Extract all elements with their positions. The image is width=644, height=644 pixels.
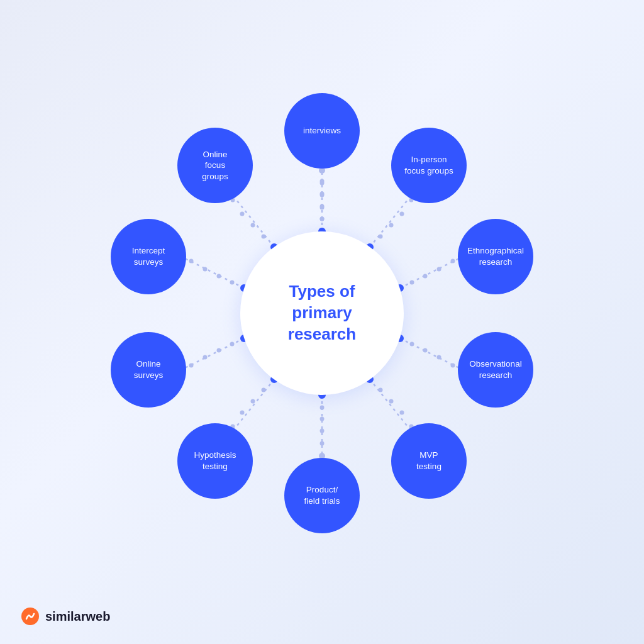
svg-point-27: [437, 355, 441, 360]
center-circle: Types of primary research: [240, 231, 404, 395]
svg-point-35: [400, 411, 404, 415]
svg-point-76: [320, 192, 325, 196]
satellite-label: MVPtesting: [416, 450, 441, 472]
svg-point-42: [320, 429, 325, 433]
satellite-label: interviews: [303, 125, 341, 136]
svg-point-56: [203, 355, 208, 360]
svg-point-40: [320, 406, 325, 410]
satellite-label: Interceptsurveys: [132, 245, 165, 267]
svg-point-70: [262, 235, 266, 239]
svg-point-55: [217, 348, 221, 353]
logo: similarweb: [20, 606, 110, 626]
svg-point-48: [251, 399, 255, 404]
svg-point-18: [423, 274, 428, 279]
svg-point-77: [320, 179, 325, 184]
diagram-container: Types of primary research interviews In-…: [102, 93, 542, 533]
svg-point-57: [189, 364, 194, 368]
satellite-label: Product/field trials: [304, 484, 340, 506]
svg-point-41: [320, 417, 325, 421]
satellite-product-field-trials: Product/field trials: [284, 458, 360, 533]
satellite-label: Ethnographicalresearch: [467, 245, 524, 267]
satellite-interviews: interviews: [284, 93, 360, 169]
similarweb-logo-text: similarweb: [45, 609, 110, 624]
svg-point-72: [240, 212, 245, 216]
satellite-label: Onlinesurveys: [134, 358, 164, 380]
svg-point-26: [423, 348, 428, 353]
satellite-intercept-surveys: Interceptsurveys: [111, 219, 186, 294]
satellite-in-person-focus-groups: In-personfocus groups: [391, 128, 467, 203]
satellite-hypothesis-testing: Hypothesistesting: [177, 423, 253, 499]
svg-point-11: [389, 223, 394, 228]
center-title: Types of primary research: [275, 269, 369, 357]
svg-point-75: [320, 204, 325, 209]
svg-point-54: [230, 342, 235, 347]
satellite-observational-research: Observationalresearch: [458, 332, 533, 408]
satellite-label: In-personfocus groups: [404, 154, 453, 176]
satellite-online-focus-groups: Onlinefocusgroups: [177, 128, 253, 203]
svg-point-62: [230, 280, 235, 285]
svg-point-17: [410, 280, 414, 285]
svg-point-20: [451, 259, 455, 264]
svg-point-64: [203, 267, 208, 272]
svg-point-63: [217, 274, 221, 279]
svg-point-74: [320, 217, 325, 221]
svg-point-28: [451, 364, 455, 368]
svg-point-25: [410, 342, 414, 347]
satellite-label: Onlinefocusgroups: [202, 149, 228, 182]
svg-point-19: [437, 267, 441, 272]
svg-point-47: [262, 388, 266, 392]
satellite-mvp-testing: MVPtesting: [391, 423, 467, 499]
satellite-label: Observationalresearch: [469, 358, 521, 380]
svg-point-43: [320, 441, 325, 446]
svg-point-71: [251, 223, 255, 228]
similarweb-logo-icon: [20, 606, 40, 626]
svg-point-65: [189, 259, 194, 264]
svg-point-12: [400, 212, 404, 216]
satellite-online-surveys: Onlinesurveys: [111, 332, 186, 408]
satellite-ethnographical-research: Ethnographicalresearch: [458, 219, 533, 294]
svg-point-33: [379, 388, 383, 392]
svg-point-10: [379, 235, 383, 239]
svg-point-49: [240, 411, 245, 415]
svg-point-34: [389, 399, 394, 404]
satellite-label: Hypothesistesting: [194, 450, 236, 472]
